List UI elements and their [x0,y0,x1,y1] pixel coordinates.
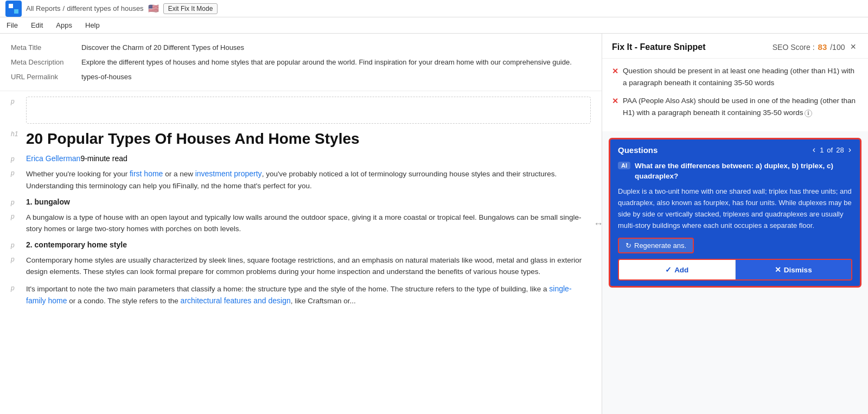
issue-text-1: Question should be present in at least o… [623,65,858,88]
issue-item-2: ✕ PAA (People Also Ask) should be used i… [612,95,858,118]
seo-score-row: SEO Score : 83 /100 × [773,41,858,53]
para1-text-before: Whether you're looking for your [26,170,130,178]
meta-url-value: types-of-houses [81,73,132,81]
breadcrumb: All Reports / different types of houses [26,4,144,12]
section3-link2[interactable]: architectural features and design [181,296,291,305]
h1-label: h1 [11,129,22,138]
author-row: p Erica Gellerman9-minute read [11,154,591,163]
dismiss-label: Dismiss [784,266,812,274]
resize-handle[interactable]: ↔ [595,216,602,232]
menu-apps[interactable]: Apps [55,19,73,31]
prev-question-button[interactable]: ‹ [812,145,816,155]
logo[interactable] [5,1,22,17]
next-question-button[interactable]: › [847,145,852,155]
section1-heading-content: 1. bungalow [26,198,591,206]
author-link[interactable]: Erica Gellerman [26,154,80,163]
para1-text-mid: or a new [163,170,195,178]
regenerate-label: Regenerate ans. [634,241,686,250]
section2-body-row: p Contemporary home styles are usually c… [11,254,591,278]
section2-heading: 2. contemporary home style [26,240,591,249]
action-buttons: ✓ Add ✕ Dismiss [618,259,852,281]
para-label-s2: p [11,240,22,249]
breadcrumb-sep: / [63,4,65,12]
para1-link1[interactable]: first home [130,169,163,178]
section3-text-end: , like Craftsman or... [291,297,356,305]
para-label-author: p [11,154,22,163]
regenerate-button[interactable]: ↻ Regenerate ans. [618,238,694,253]
ai-question-row: AI What are the differences between: a) … [618,161,852,182]
meta-desc-label: Meta Description [11,58,81,66]
meta-desc-row: Meta Description Explore the different t… [11,55,591,69]
questions-card: Questions ‹ 1 of 28 › AI What are the di… [609,138,861,288]
issue-text-2: PAA (People Also Ask) should be used in … [623,95,858,118]
author-suffix: 9-minute read [80,154,127,163]
panel-header: Fix It - Feature Snippet SEO Score : 83 … [602,34,868,59]
section1-heading: 1. bungalow [26,198,591,206]
meta-title-row: Meta Title Discover the Charm of 20 Diff… [11,40,591,55]
menu-bar: File Edit Apps Help [0,17,868,34]
author-content: Erica Gellerman9-minute read [26,154,591,163]
issue-item-1: ✕ Question should be present in at least… [612,65,858,88]
section1-body-row: p A bungalow is a type of house with an … [11,212,591,235]
section3-text-before: It's important to note the two main para… [26,285,549,293]
meta-desc-value: Explore the different types of houses an… [81,58,572,66]
page-total: 28 [836,146,844,154]
para-label-s3b: p [11,283,22,292]
pagination-row: ‹ 1 of 28 › [812,145,852,155]
para-label-s1b: p [11,212,22,220]
exit-fix-it-button[interactable]: Exit Fix It Mode [163,3,218,14]
section2-heading-row: p 2. contemporary home style [11,240,591,249]
para-label-s2b: p [11,254,22,263]
question-body: AI What are the differences between: a) … [610,159,860,286]
breadcrumb-current: different types of houses [67,4,143,12]
issue-x-icon-1: ✕ [612,66,618,77]
seo-score: 83 [818,42,827,52]
section2-body: Contemporary home styles are usually cha… [26,256,582,276]
menu-help[interactable]: Help [84,19,101,31]
section1-heading-row: p 1. bungalow [11,198,591,206]
regenerate-icon: ↻ [626,241,631,250]
section1-body: A bungalow is a type of house with an op… [26,213,582,233]
h1-text: 20 Popular Types Of Houses And Home Styl… [26,129,591,149]
right-panel: Fix It - Feature Snippet SEO Score : 83 … [602,34,868,414]
add-button[interactable]: ✓ Add [619,260,736,279]
issue-x-icon-2: ✕ [612,95,618,107]
section2-body-content: Contemporary home styles are usually cha… [26,254,591,278]
info-icon[interactable]: ℹ [805,110,812,117]
h1-row: h1 20 Popular Types Of Houses And Home S… [11,129,591,149]
panel-close-button[interactable]: × [848,41,858,53]
meta-title-value: Discover the Charm of 20 Different Types… [81,43,244,52]
section3-body-content: It's important to note the two main para… [26,283,591,307]
main-layout: Meta Title Discover the Charm of 20 Diff… [0,34,868,414]
answer-text: Duplex is a two-unit home with one share… [618,186,852,231]
question-text: What are the differences between: a) dup… [635,161,852,182]
section3-body-row: p It's important to note the two main pa… [11,283,591,307]
add-label: Add [674,266,688,274]
add-checkmark-icon: ✓ [665,265,672,274]
meta-url-row: URL Permalink types-of-houses [11,69,591,84]
para-label-2: p [11,168,22,177]
empty-para-content [26,97,591,124]
menu-file[interactable]: File [5,19,19,31]
para-label-s1: p [11,198,22,206]
top-bar: All Reports / different types of houses … [0,0,868,17]
para1-row: p Whether you're looking for your first … [11,168,591,192]
flag-icon: 🇺🇸 [148,3,159,14]
seo-label: SEO Score : [773,43,815,52]
dismiss-button[interactable]: ✕ Dismiss [736,260,852,279]
h1-content: 20 Popular Types Of Houses And Home Styl… [26,129,591,149]
breadcrumb-all[interactable]: All Reports [26,4,61,12]
menu-edit[interactable]: Edit [30,19,44,31]
ai-badge: AI [618,162,630,169]
section2-heading-content: 2. contemporary home style [26,240,591,249]
para-label-p1: p [11,97,22,105]
page-current: 1 [820,146,824,154]
para1-link2[interactable]: investment property [195,169,262,178]
dismiss-x-icon: ✕ [775,265,781,274]
editor-section: p h1 20 Popular Types Of Houses And Home… [0,91,602,317]
empty-para-row: p [11,97,591,124]
content-area: Meta Title Discover the Charm of 20 Diff… [0,34,602,414]
empty-para-box[interactable] [26,97,591,124]
section1-body-content: A bungalow is a type of house with an op… [26,212,591,235]
questions-title: Questions [618,145,658,155]
